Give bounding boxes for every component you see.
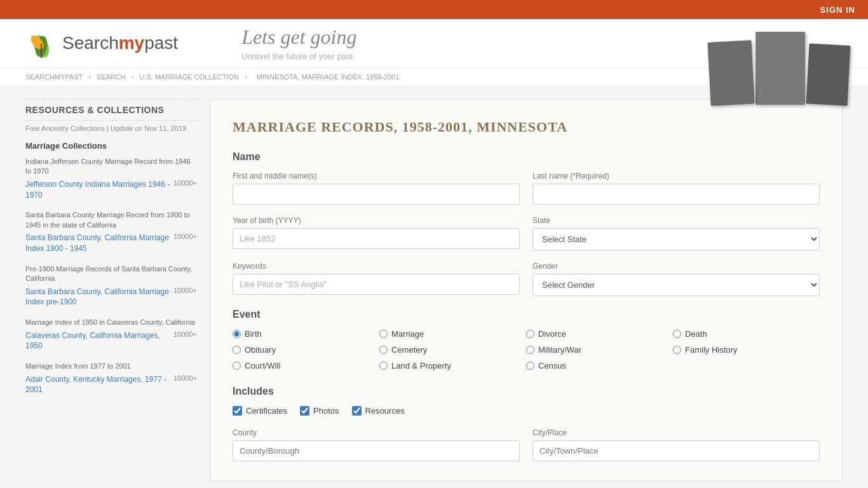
sidebar-item-count-1: 10000+ [173, 233, 197, 240]
resources-checkbox[interactable] [352, 406, 362, 416]
event-option-family-history: Family History [673, 345, 820, 355]
divorce-radio[interactable] [526, 330, 534, 338]
page-title: MARRIAGE RECORDS, 1958-2001, MINNESOTA [233, 119, 820, 135]
sidebar-item-desc-3: Marriage Index of 1950 in Calaveras Coun… [25, 318, 197, 327]
certificates-checkbox[interactable] [233, 406, 242, 416]
includes-certificates: Certificates [233, 406, 287, 416]
list-item: Marriage Index from 1977 to 2001 10000+ … [25, 362, 197, 395]
land-property-label: Land & Property [391, 361, 451, 370]
sidebar-item-link-0[interactable]: Jefferson County Indiana Marriages 1946 … [25, 180, 170, 200]
location-row: County City/Place [233, 428, 820, 461]
military-label: Military/War [538, 345, 581, 355]
sidebar-item-desc-1: Santa Barbara County Marriage Record fro… [25, 210, 197, 230]
sidebar-item-desc-0: Indiana Jefferson County Marriage Record… [25, 157, 197, 177]
photo-1 [707, 40, 754, 105]
logo-area: Searchmypast [25, 26, 178, 61]
content-panel: MARRIAGE RECORDS, 1958-2001, MINNESOTA N… [210, 99, 843, 481]
birth-label: Birth [245, 329, 262, 339]
top-bar: SIGN IN [0, 0, 868, 19]
last-name-input[interactable] [532, 184, 820, 205]
event-option-death: Death [673, 329, 820, 339]
sidebar-item-count-2: 10000+ [173, 287, 197, 294]
sidebar-item-count-0: 10000+ [173, 179, 197, 187]
breadcrumb-home[interactable]: SEARCHMYPAST [25, 73, 83, 81]
sidebar-item-link-2[interactable]: Santa Barbara County, California Marriag… [25, 287, 169, 307]
year-birth-input[interactable] [233, 228, 520, 249]
sidebar-item-link-1[interactable]: Santa Barbara County, California Marriag… [25, 233, 169, 253]
list-item: Pre-1900 Marriage Records of Santa Barba… [25, 264, 197, 308]
sidebar-item-link-4[interactable]: Adair County, Kentucky Marriages, 1977 -… [25, 375, 166, 395]
sidebar-item-desc-2: Pre-1900 Marriage Records of Santa Barba… [25, 264, 197, 284]
state-label: State [532, 216, 820, 225]
photos-checkbox[interactable] [300, 406, 309, 416]
signin-link[interactable]: SIGN IN [820, 5, 855, 15]
keywords-group: Keywords [233, 262, 520, 296]
cemetery-radio[interactable] [379, 346, 388, 354]
header: Searchmypast Lets get going Unravel the … [0, 19, 868, 68]
logo-icon [25, 26, 57, 61]
census-label: Census [538, 361, 566, 370]
death-radio[interactable] [673, 330, 681, 338]
header-tagline: Lets get going Unravel the future of you… [241, 25, 356, 61]
photo-3 [806, 43, 851, 105]
event-option-marriage: Marriage [379, 329, 526, 339]
sidebar-item-count-4: 10000+ [173, 374, 197, 382]
family-history-radio[interactable] [673, 346, 681, 354]
keywords-input[interactable] [233, 274, 520, 295]
tagline-heading: Lets get going [241, 25, 356, 49]
sidebar-item-link-3[interactable]: Calaveras County, California Marriages, … [25, 331, 160, 351]
obituary-label: Obituary [245, 345, 276, 355]
event-option-land-property: Land & Property [379, 361, 526, 370]
gender-select[interactable]: Select Gender Male Female [532, 274, 820, 296]
keywords-gender-row: Keywords Gender Select Gender Male Femal… [233, 262, 820, 296]
event-option-divorce: Divorce [526, 329, 673, 339]
gender-label: Gender [532, 262, 820, 271]
first-name-input[interactable] [233, 184, 520, 205]
list-item: Marriage Index of 1950 in Calaveras Coun… [25, 318, 197, 351]
includes-section-title: Includes [233, 386, 820, 397]
breadcrumb-collection[interactable]: U.S. MARRIAGE COLLECTION [140, 73, 239, 81]
tagline-sub: Unravel the future of your past [241, 51, 356, 61]
header-photos [709, 22, 849, 105]
first-name-label: First and middle name(s) [233, 172, 520, 180]
marriage-label: Marriage [391, 329, 424, 339]
breadcrumb-search[interactable]: SEARCH [97, 73, 126, 81]
photos-label: Photos [313, 406, 339, 416]
death-label: Death [685, 329, 707, 339]
includes-photos: Photos [300, 406, 339, 416]
event-option-court-will: Court/Will [233, 361, 379, 370]
event-option-military: Military/War [526, 345, 673, 355]
photo-2 [756, 32, 805, 105]
birth-radio[interactable] [233, 330, 241, 338]
state-select[interactable]: Select State Minnesota Indiana Californi… [532, 228, 820, 250]
obituary-radio[interactable] [233, 346, 241, 354]
name-row: First and middle name(s) Last name (*Req… [233, 172, 820, 205]
city-input[interactable] [532, 440, 820, 461]
event-option-obituary: Obituary [233, 345, 379, 355]
includes-options: Certificates Photos Resources [233, 406, 820, 416]
last-name-label: Last name (*Required) [532, 172, 820, 180]
court-will-radio[interactable] [233, 362, 241, 370]
sidebar: RESOURCES & COLLECTIONS Free Ancestry Co… [25, 99, 197, 481]
event-section: Event Birth Marriage Divorce Death [233, 309, 820, 370]
military-radio[interactable] [526, 346, 534, 354]
marriage-radio[interactable] [379, 330, 388, 338]
year-birth-label: Year of birth (YYYY) [233, 216, 520, 225]
sidebar-item-desc-4: Marriage Index from 1977 to 2001 [25, 362, 197, 371]
sidebar-subtitle: Free Ancestry Collections | Update on No… [25, 125, 197, 132]
divorce-label: Divorce [538, 329, 566, 339]
county-input[interactable] [233, 440, 520, 461]
main-layout: RESOURCES & COLLECTIONS Free Ancestry Co… [0, 86, 868, 488]
family-history-label: Family History [685, 345, 737, 355]
sidebar-group-title: Marriage Collections [25, 141, 197, 151]
city-group: City/Place [532, 428, 820, 461]
event-option-birth: Birth [233, 329, 379, 339]
census-radio[interactable] [526, 362, 534, 370]
land-property-radio[interactable] [379, 362, 388, 370]
resources-label: Resources [365, 406, 405, 416]
county-label: County [233, 428, 520, 437]
year-birth-group: Year of birth (YYYY) [233, 216, 520, 250]
certificates-label: Certificates [246, 406, 287, 416]
list-item: Indiana Jefferson County Marriage Record… [25, 157, 197, 200]
name-section-title: Name [233, 151, 820, 163]
